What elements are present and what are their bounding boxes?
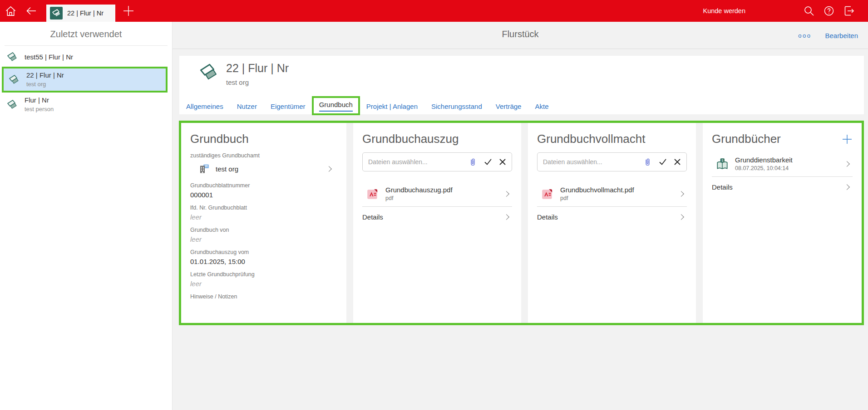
sidebar-divider — [5, 45, 168, 46]
grundbuchvollmacht-panel-title: Grundbuchvollmacht — [537, 132, 645, 146]
parcel-icon — [6, 99, 18, 111]
field-label: Grundbuch von — [190, 227, 337, 233]
page-title: Flurstück — [173, 29, 868, 39]
field-label: Grundbuchblattnummer — [190, 182, 337, 189]
help-button[interactable] — [819, 0, 839, 22]
field-label: zuständiges Grundbuchamt — [190, 152, 337, 159]
page-header: Flurstück ooo Bearbeiten — [173, 22, 868, 49]
home-icon — [5, 5, 17, 17]
file-type: pdf — [385, 195, 453, 202]
grundbuch-panel-title: Grundbuch — [190, 132, 249, 146]
file-name: Grundbuchauszug.pdf — [385, 186, 453, 194]
grundbuchvollmacht-details-link[interactable]: Details — [537, 207, 687, 226]
back-button[interactable] — [21, 0, 42, 22]
details-label: Details — [537, 213, 558, 221]
confirm-upload-button[interactable] — [659, 158, 667, 166]
field-value: leer — [190, 235, 337, 243]
grundbuchamt-link[interactable]: test org — [190, 161, 337, 176]
file-row-text: Grundbuchauszug.pdf pdf — [385, 186, 453, 202]
grundbuchauszug-panel-title: Grundbuchauszug — [362, 132, 459, 146]
tab-allgemeines[interactable]: Allgemeines — [186, 102, 223, 110]
chevron-right-icon — [326, 166, 332, 172]
tab-eigentuemer[interactable]: Eigentümer — [271, 102, 306, 110]
sidebar-item-label: 22 | Flur | Nr — [26, 71, 64, 80]
home-button[interactable] — [0, 0, 21, 22]
grunddienstbarkeit-row[interactable]: § Grunddienstbarkeit 08.07.2025, 10:04:1… — [712, 152, 853, 176]
grundbuecher-details-link[interactable]: Details — [712, 177, 853, 196]
field-lfd-nr-grundbuchblatt: lfd. Nr. Grundbuchblatt leer — [190, 205, 337, 221]
tab-projekt-anlagen[interactable]: Projekt | Anlagen — [366, 102, 418, 110]
grundbuchvollmacht-panel: Grundbuchvollmacht — [528, 123, 696, 323]
details-label: Details — [362, 213, 383, 221]
grundbuchauszug-panel: Grundbuchauszug — [353, 123, 521, 323]
sidebar-item-22-flur-nr[interactable]: 22 | Flur | Nr test org — [2, 67, 168, 93]
file-name: Grundbuchvollmacht.pdf — [560, 186, 634, 194]
chevron-right-icon — [844, 184, 850, 190]
grundbuchauszug-file-row[interactable]: Grundbuchauszug.pdf pdf — [362, 182, 512, 206]
add-icon — [842, 134, 853, 145]
more-options-icon[interactable]: ooo — [798, 32, 811, 39]
logout-button[interactable] — [839, 0, 859, 22]
open-record-tab[interactable]: 22 | Flur | Nr — [46, 5, 115, 22]
check-icon — [659, 158, 667, 166]
tab-nutzer[interactable]: Nutzer — [237, 102, 257, 110]
field-label: Letzte Grundbuchprüfung — [190, 271, 337, 278]
grundbuchamt-value: test org — [216, 165, 238, 173]
kunde-werden-link[interactable]: Kunde werden — [703, 7, 745, 15]
header-actions: ooo Bearbeiten — [798, 22, 858, 49]
sidebar-item-test55-flur-nr[interactable]: test55 | Flur | Nr — [0, 48, 172, 67]
file-select-input[interactable] — [543, 158, 636, 166]
file-select-input[interactable] — [368, 158, 462, 166]
attach-file-button[interactable] — [469, 158, 477, 166]
field-grundbuchblattnummer: Grundbuchblattnummer 000001 — [190, 182, 337, 199]
grundbuchvollmacht-file-row[interactable]: Grundbuchvollmacht.pdf pdf — [537, 182, 687, 206]
search-button[interactable] — [799, 0, 819, 22]
grundbuch-panel: Grundbuch zuständiges Grundbuchamt test … — [181, 123, 346, 323]
sidebar-item-flur-nr[interactable]: Flur | Nr test person — [0, 93, 172, 117]
add-grundbuch-button[interactable] — [842, 134, 853, 146]
sidebar-item-text: 22 | Flur | Nr test org — [26, 71, 64, 88]
field-value: 000001 — [190, 191, 337, 199]
clear-upload-button[interactable] — [674, 158, 681, 166]
tab-vertraege[interactable]: Verträge — [496, 102, 522, 110]
sidebar-item-text: Flur | Nr test person — [25, 96, 54, 113]
clear-upload-button[interactable] — [499, 158, 506, 166]
pdf-file-icon — [541, 187, 554, 201]
grundbuecher-panel: Grundbücher § Grunddienstbarkeit 08.07.2… — [703, 123, 862, 323]
tab-grundbuch[interactable]: Grundbuch — [312, 96, 360, 115]
confirm-upload-button[interactable] — [484, 158, 492, 166]
record-head: 22 | Flur | Nr test org — [179, 56, 864, 86]
field-label: lfd. Nr. Grundbuchblatt — [190, 205, 337, 211]
field-grundbuchamt: zuständiges Grundbuchamt test org — [190, 152, 337, 176]
grundbuchvollmacht-file-input — [537, 152, 687, 171]
grundbuchauszug-details-link[interactable]: Details — [362, 207, 512, 226]
annotation-box-grundbuch-tab-content: Grundbuch zuständiges Grundbuchamt test … — [179, 121, 864, 325]
sidebar-item-text: test55 | Flur | Nr — [25, 53, 73, 62]
main-area: Flurstück ooo Bearbeiten 22 | Flur | Nr … — [173, 22, 868, 410]
sidebar-item-label: Flur | Nr — [25, 96, 54, 105]
grundbuecher-panel-title: Grundbücher — [712, 132, 781, 146]
record-titles: 22 | Flur | Nr test org — [226, 62, 289, 86]
organisation-icon — [198, 163, 210, 175]
file-row-text: Grundbuchvollmacht.pdf pdf — [560, 186, 634, 202]
edit-button[interactable]: Bearbeiten — [825, 32, 858, 39]
field-value: leer — [190, 280, 337, 288]
field-hinweise-notizen: Hinweise / Notizen — [190, 293, 337, 300]
sidebar-item-label: test55 | Flur | Nr — [25, 53, 73, 62]
logout-icon — [843, 5, 855, 17]
check-icon — [484, 158, 492, 166]
record-subtitle: test org — [226, 78, 289, 86]
help-icon — [823, 5, 835, 17]
tab-sicherungsstand[interactable]: Sicherungsstand — [431, 102, 482, 110]
sidebar-item-sublabel: test person — [25, 106, 54, 113]
sidebar-item-sublabel: test org — [26, 81, 64, 88]
paperclip-icon — [643, 158, 652, 166]
chevron-right-icon — [844, 161, 850, 167]
tab-akte[interactable]: Akte — [535, 102, 548, 110]
topbar-right: Kunde werden — [703, 0, 868, 22]
new-tab-button[interactable] — [118, 0, 139, 22]
clear-icon — [499, 158, 506, 166]
chevron-right-icon — [678, 214, 684, 220]
field-label: Hinweise / Notizen — [190, 293, 337, 300]
attach-file-button[interactable] — [643, 158, 652, 166]
